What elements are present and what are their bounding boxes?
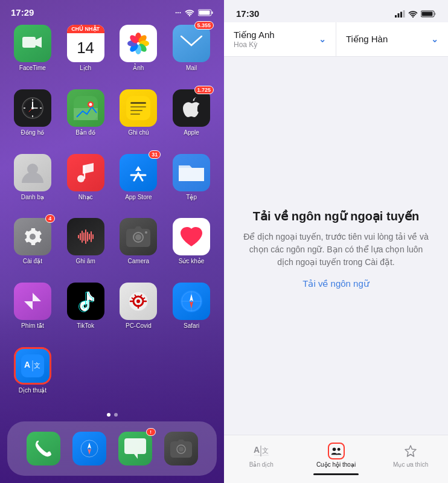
apple-label: Apple [184,129,199,136]
notes-icon [120,89,157,127]
chevron-down-from-icon: ⌄ [319,34,326,44]
messages-icon: ! [118,432,152,465]
app-clock[interactable]: Đồng hồ [8,89,57,146]
app-health[interactable]: Sức khỏe [167,218,216,274]
app-photos[interactable]: Ảnh [115,25,163,81]
phone-icon [27,432,60,465]
svg-point-37 [30,234,36,240]
app-calendar[interactable]: CHỦ NHẬT 14 Lịch [62,25,110,81]
tiktok-label: TikTok [77,322,94,329]
svg-rect-63 [403,10,405,18]
favorites-tab-icon [403,444,418,458]
files-label: Tệp [186,194,197,200]
svg-point-39 [135,234,141,240]
language-from-button[interactable]: Tiếng Anh Hoa Kỳ ⌄ [224,22,336,56]
status-icons-right [395,10,436,18]
download-language-link[interactable]: Tải về ngôn ngữ [302,278,370,289]
app-maps[interactable]: Bản đồ [62,89,110,146]
app-settings[interactable]: 4 Cài đặt [8,218,57,274]
pccovid-icon [120,283,157,320]
photos-icon [120,25,157,62]
app-grid: FaceTime CHỦ NHẬT 14 Lịch [0,20,224,408]
svg-point-59 [179,447,184,452]
dock-apps: ! [27,432,198,465]
app-apple[interactable]: 1.725 Apple [167,89,216,146]
offline-title: Tải về ngôn ngữ ngoại tuyến [253,209,419,223]
app-appstore[interactable]: 31 App Store [115,154,163,210]
dock-messages[interactable]: ! [118,432,152,465]
svg-rect-32 [130,110,142,111]
status-bar-left: 17:29 ··· [0,0,224,20]
app-translate[interactable]: A 文 Dịch thuật [8,347,57,403]
app-pccovid[interactable]: PC-Covid [115,283,163,339]
language-from-sub: Hoa Kỳ [234,40,275,49]
settings-label: Cài đặt [23,258,42,264]
wifi-icon-right [408,10,418,18]
svg-text:文: 文 [34,362,40,369]
app-safari[interactable]: Safari [167,283,216,339]
svg-point-44 [136,299,140,303]
mail-label: Mail [186,65,197,71]
camera-icon [120,218,157,255]
app-facetime[interactable]: FaceTime [8,25,57,81]
tiktok-icon [67,283,104,320]
waveform [78,228,94,246]
svg-point-35 [77,175,85,182]
app-contacts[interactable]: Danh bạ [8,154,57,210]
dot-2 [114,413,118,417]
svg-rect-62 [400,11,402,18]
facetime-icon [14,25,51,62]
health-label: Sức khỏe [179,258,205,264]
conversation-tab-icon [331,444,342,458]
translate-tab-icon-wrapper: A 文 [253,443,270,459]
conversation-tab-icon-wrapper [328,443,345,459]
svg-text:A: A [24,360,30,369]
iphone-home-screen: 17:29 ··· FaceTime [0,0,224,483]
tab-translate[interactable]: A 文 Bản dịch [224,440,299,470]
svg-rect-30 [130,102,146,104]
photos-label: Ảnh [133,65,144,71]
svg-point-0 [189,14,190,16]
appstore-icon: 31 [120,154,157,191]
dock-phone[interactable] [27,432,60,465]
svg-point-64 [412,16,414,17]
app-voicememos[interactable]: Ghi âm [62,218,110,274]
health-icon [173,218,210,255]
pccovid-label: PC-Covid [126,322,152,329]
signal-icon-right [395,10,405,18]
app-shortcuts[interactable]: Phím tắt [8,283,57,339]
time-right: 17:30 [236,8,259,19]
clock-label: Đồng hồ [21,129,45,136]
safari-label: Safari [184,322,199,329]
camera-label: Camera [128,258,150,264]
shortcuts-icon [14,283,51,320]
svg-rect-60 [395,15,397,18]
contacts-label: Danh bạ [21,194,44,200]
language-to-button[interactable]: Tiếng Hàn ⌄ [336,22,448,56]
settings-badge: 4 [45,214,55,223]
app-tiktok[interactable]: TikTok [62,283,110,339]
contacts-icon [14,154,51,191]
calendar-label: Lịch [80,65,91,71]
tab-conversation[interactable]: Cuộc hội thoại [299,440,374,470]
signal-dots-icon: ··· [175,8,181,17]
tab-translate-label: Bản dịch [249,461,274,468]
svg-marker-57 [88,449,91,455]
app-music[interactable]: Nhạc [62,154,110,210]
music-icon [67,154,104,191]
svg-rect-3 [199,10,210,14]
app-mail[interactable]: 5.355 Mail [167,25,216,81]
safari-icon [173,283,210,320]
dock-safari[interactable] [72,432,106,465]
clock-icon [14,89,51,127]
app-notes[interactable]: Ghi chú [115,89,163,146]
tab-favorites[interactable]: Mục ưa thích [373,440,448,470]
safari-dock-icon [72,432,106,465]
translate-label: Dịch thuật [19,387,46,394]
dock-camera[interactable] [164,432,198,465]
battery-icon-left [198,9,213,16]
svg-rect-29 [126,96,150,120]
app-camera[interactable]: Camera [115,218,163,274]
app-files[interactable]: Tệp [167,154,216,210]
svg-point-72 [337,448,340,451]
